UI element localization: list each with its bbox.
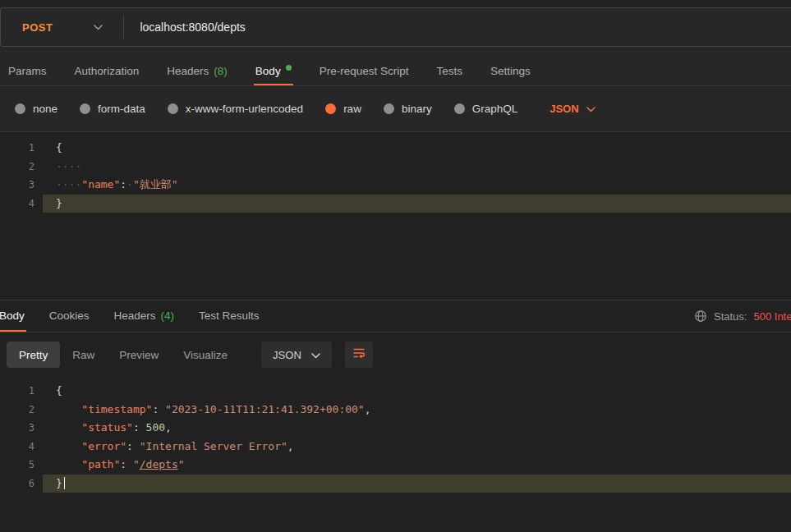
line-number: 1 bbox=[0, 382, 43, 401]
code-text: "error": "Internal Server Error", bbox=[43, 438, 791, 456]
url-input[interactable] bbox=[138, 20, 791, 34]
line-number: 1 bbox=[0, 139, 43, 158]
radio-label: form-data bbox=[98, 103, 145, 115]
body-type-form-data[interactable]: form-data bbox=[80, 103, 145, 115]
response-toolbar: PrettyRawPreviewVisualize JSON bbox=[0, 332, 791, 377]
code-text: "timestamp": "2023-10-11T11:21:41.392+00… bbox=[43, 401, 791, 420]
tab-count: (8) bbox=[214, 65, 228, 77]
network-globe-icon[interactable] bbox=[694, 310, 707, 323]
token: "2023-10-11T11:21:41.392+00:00" bbox=[165, 403, 365, 415]
tab-label: Params bbox=[8, 65, 47, 77]
token: "timestamp" bbox=[81, 403, 152, 415]
body-type-raw[interactable]: raw bbox=[325, 103, 361, 115]
code-line-3[interactable]: 3 "status": 500, bbox=[0, 419, 791, 438]
body-type-none[interactable]: none bbox=[15, 103, 57, 115]
code-line-2[interactable]: 2 "timestamp": "2023-10-11T11:21:41.392+… bbox=[0, 401, 791, 420]
request-url-bar: POST bbox=[0, 7, 791, 47]
radio-label: binary bbox=[402, 103, 432, 115]
tab-body[interactable]: Body bbox=[254, 57, 293, 85]
tab-pre-request-script[interactable]: Pre-request Script bbox=[318, 57, 411, 85]
wrap-lines-button[interactable] bbox=[345, 342, 373, 368]
tab-label: Tests bbox=[436, 65, 462, 77]
token: "name" bbox=[81, 178, 120, 190]
token: { bbox=[56, 141, 62, 154]
code-text: ····"name":·"就业部" bbox=[43, 176, 791, 195]
body-type-options: noneform-datax-www-form-urlencodedrawbin… bbox=[15, 103, 517, 115]
response-tab-cookies[interactable]: Cookies bbox=[48, 300, 91, 332]
line-number: 2 bbox=[0, 158, 43, 177]
token: , bbox=[287, 440, 294, 452]
code-line-3[interactable]: 3····"name":·"就业部" bbox=[0, 176, 791, 195]
token: ···· bbox=[56, 160, 81, 172]
code-text: } bbox=[43, 475, 791, 493]
view-mode-pretty[interactable]: Pretty bbox=[7, 342, 60, 368]
code-line-6[interactable]: 6} bbox=[0, 475, 791, 493]
code-text: { bbox=[43, 382, 791, 401]
response-tab-headers[interactable]: Headers(4) bbox=[113, 300, 177, 332]
response-status-area: Status: 500 Internal Server Error bbox=[694, 300, 791, 332]
radio-icon bbox=[168, 103, 178, 114]
line-number: 4 bbox=[0, 195, 43, 213]
token: "就业部" bbox=[133, 178, 178, 190]
body-type-x-www-form-urlencoded[interactable]: x-www-form-urlencoded bbox=[168, 103, 303, 115]
response-tabs: BodyCookiesHeaders(4)Test Results bbox=[0, 300, 261, 332]
token bbox=[56, 440, 81, 452]
radio-label: raw bbox=[343, 103, 361, 115]
radio-icon bbox=[15, 103, 25, 114]
token: · bbox=[126, 178, 133, 190]
tab-authorization[interactable]: Authorization bbox=[73, 57, 141, 85]
token: " bbox=[133, 458, 140, 470]
tab-label: Test Results bbox=[199, 310, 260, 322]
code-line-5[interactable]: 5 "path": "/depts" bbox=[0, 456, 791, 475]
token: : bbox=[120, 458, 133, 470]
view-mode-preview[interactable]: Preview bbox=[107, 342, 171, 368]
status-value: 500 Internal Server Error bbox=[753, 310, 791, 323]
tab-params[interactable]: Params bbox=[7, 57, 48, 85]
code-line-4[interactable]: 4 "error": "Internal Server Error", bbox=[0, 438, 791, 456]
token: 500 bbox=[146, 421, 165, 433]
body-language-selector[interactable]: JSON bbox=[550, 103, 595, 115]
code-line-2[interactable]: 2···· bbox=[0, 158, 791, 177]
token: : bbox=[126, 440, 140, 452]
radio-icon bbox=[80, 103, 90, 114]
token: : bbox=[152, 403, 165, 415]
request-body-editor: 1{2····3····"name":·"就业部"4} bbox=[0, 132, 791, 213]
code-text: "status": 500, bbox=[43, 419, 791, 438]
radio-label: none bbox=[33, 103, 57, 115]
body-type-binary[interactable]: binary bbox=[384, 103, 432, 115]
code-text: ···· bbox=[43, 158, 791, 177]
line-number: 6 bbox=[0, 475, 43, 493]
token bbox=[56, 403, 81, 415]
radio-icon bbox=[325, 103, 336, 114]
view-mode-raw[interactable]: Raw bbox=[60, 342, 107, 368]
radio-label: x-www-form-urlencoded bbox=[186, 103, 303, 115]
response-tab-body[interactable]: Body bbox=[0, 300, 26, 332]
response-section: BodyCookiesHeaders(4)Test Results Status… bbox=[0, 300, 791, 493]
response-body-viewer: 1{2 "timestamp": "2023-10-11T11:21:41.39… bbox=[0, 377, 791, 493]
text-cursor bbox=[64, 477, 65, 489]
token: } bbox=[56, 477, 62, 489]
request-tabs: ParamsAuthorizationHeaders(8)BodyPre-req… bbox=[0, 57, 791, 86]
response-language-selector[interactable]: JSON bbox=[261, 342, 332, 368]
method-selector[interactable]: POST bbox=[1, 21, 103, 34]
code-line-1[interactable]: 1{ bbox=[0, 382, 791, 401]
line-number: 4 bbox=[0, 438, 43, 456]
response-tab-test-results[interactable]: Test Results bbox=[197, 300, 261, 332]
line-number: 5 bbox=[0, 456, 43, 475]
code-text: "path": "/depts" bbox=[43, 456, 791, 475]
code-line-4[interactable]: 4} bbox=[0, 195, 791, 213]
body-language-label: JSON bbox=[550, 103, 578, 115]
tab-tests[interactable]: Tests bbox=[435, 57, 464, 85]
code-line-1[interactable]: 1{ bbox=[0, 139, 791, 158]
path-link[interactable]: /depts bbox=[140, 458, 178, 470]
tab-headers[interactable]: Headers(8) bbox=[165, 57, 229, 85]
body-type-graphql[interactable]: GraphQL bbox=[454, 103, 518, 115]
line-number: 3 bbox=[0, 176, 43, 195]
tab-settings[interactable]: Settings bbox=[489, 57, 532, 85]
view-mode-visualize[interactable]: Visualize bbox=[171, 342, 240, 368]
line-number: 3 bbox=[0, 419, 43, 438]
tab-label: Authorization bbox=[75, 65, 140, 77]
body-type-row: noneform-datax-www-form-urlencodedrawbin… bbox=[0, 86, 791, 132]
tab-label: Cookies bbox=[49, 310, 90, 322]
token: " bbox=[178, 458, 185, 470]
